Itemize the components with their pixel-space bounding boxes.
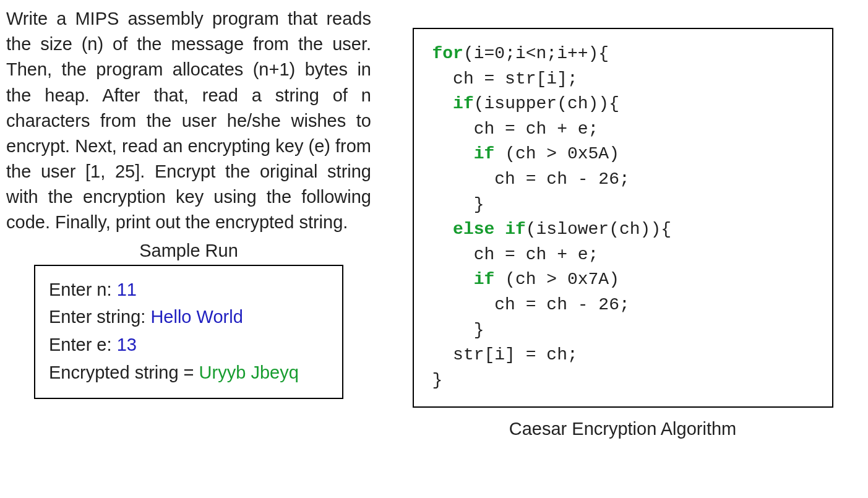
code-text: (islower(ch)){ — [526, 220, 671, 239]
code-text: } — [432, 320, 484, 340]
sample-line-n: Enter n: 11 — [49, 276, 329, 304]
sample-line-e: Enter e: 13 — [49, 331, 329, 359]
n-value: 11 — [117, 280, 137, 299]
code-text: ch = ch - 26; — [432, 170, 630, 189]
e-prompt: Enter e: — [49, 335, 117, 354]
code-text: (i=0;i<n;i++){ — [463, 44, 609, 63]
code-text: (isupper(ch)){ — [474, 94, 619, 113]
sample-line-string: Enter string: Hello World — [49, 303, 329, 331]
algorithm-caption: Caesar Encryption Algorithm — [509, 419, 737, 439]
code-text: ch = ch + e; — [432, 119, 599, 139]
code-text: ch = ch - 26; — [432, 295, 630, 314]
problem-instructions: Write a MIPS assembly program that reads… — [6, 6, 371, 236]
sample-run-title: Sample Run — [6, 241, 371, 261]
code-text: (ch > 0x7A) — [494, 270, 619, 289]
result-prompt: Encrypted string = — [49, 363, 199, 382]
n-prompt: Enter n: — [49, 280, 117, 299]
keyword-for: for — [432, 44, 463, 63]
algorithm-code-box: for(i=0;i<n;i++){ ch = str[i]; if(isuppe… — [413, 28, 833, 408]
string-value: Hello World — [150, 307, 243, 327]
sample-run-box: Enter n: 11 Enter string: Hello World En… — [34, 265, 343, 400]
code-text: str[i] = ch; — [432, 345, 578, 364]
code-text: } — [432, 195, 484, 214]
code-text: (ch > 0x5A) — [494, 144, 619, 163]
code-text: ch = str[i]; — [432, 69, 578, 88]
code-text: } — [432, 371, 443, 390]
result-value: Uryyb Jbeyq — [199, 363, 299, 382]
keyword-else: else — [453, 220, 494, 239]
sample-line-result: Encrypted string = Uryyb Jbeyq — [49, 359, 329, 387]
keyword-if: if — [474, 144, 495, 163]
string-prompt: Enter string: — [49, 307, 150, 327]
keyword-if: if — [474, 270, 495, 289]
keyword-if: if — [453, 94, 474, 113]
code-text: ch = ch + e; — [432, 245, 599, 264]
e-value: 13 — [117, 335, 137, 354]
keyword-if: if — [505, 220, 526, 239]
